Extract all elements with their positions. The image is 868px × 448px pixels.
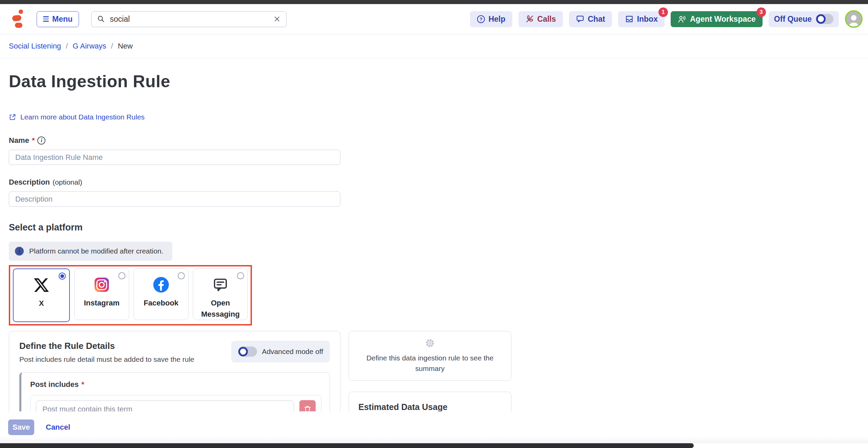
- inbox-label: Inbox: [637, 15, 658, 24]
- search-input[interactable]: [110, 15, 269, 24]
- summary-empty-card: Define this data ingestion rule to see t…: [349, 331, 511, 381]
- svg-text:?: ?: [479, 16, 482, 22]
- agent-workspace-badge: 3: [756, 7, 766, 17]
- breadcrumb-separator: /: [66, 42, 68, 51]
- menu-label: Menu: [52, 15, 73, 24]
- breadcrumb-g-airways[interactable]: G Airways: [73, 42, 106, 51]
- genesys-logo: [12, 10, 24, 29]
- radio-instagram[interactable]: [118, 272, 125, 279]
- platform-card-open-messaging[interactable]: Open Messaging: [193, 268, 248, 320]
- radio-x-selected[interactable]: [59, 273, 66, 280]
- advanced-mode-label: Advanced mode off: [262, 348, 323, 356]
- calls-button[interactable]: Calls: [518, 11, 563, 27]
- platform-card-instagram[interactable]: Instagram: [74, 268, 129, 320]
- agent-workspace-label: Agent Workspace: [690, 15, 756, 24]
- main-content: Data Ingestion Rule Learn more about Dat…: [0, 59, 868, 448]
- description-label: Description: [9, 178, 50, 187]
- name-label: Name: [9, 136, 29, 145]
- platform-label-facebook: Facebook: [139, 297, 183, 309]
- platform-notice: i Platform cannot be modified after crea…: [9, 242, 172, 261]
- breadcrumb-separator: /: [111, 42, 113, 51]
- help-icon: ?: [477, 15, 485, 23]
- x-logo-icon: [34, 277, 49, 294]
- breadcrumb-social-listening[interactable]: Social Listening: [9, 42, 61, 51]
- advanced-mode-toggle[interactable]: [238, 347, 257, 357]
- summary-empty-text: Define this data ingestion rule to see t…: [357, 353, 503, 374]
- name-label-row: Name * i: [9, 136, 868, 145]
- platform-cards: X: [13, 268, 248, 322]
- breadcrumb: Social Listening / G Airways / New: [0, 34, 868, 58]
- platform-label-open-messaging: Open Messaging: [193, 297, 248, 320]
- learn-more-link[interactable]: Learn more about Data Ingestion Rules: [9, 113, 145, 121]
- name-input[interactable]: [9, 150, 340, 165]
- header-actions: ? Help Calls Chat Inbox 1: [470, 10, 863, 28]
- chat-icon: [576, 15, 585, 23]
- rule-details-header: Define the Rule Details Post includes ru…: [19, 341, 194, 363]
- name-info-icon[interactable]: i: [37, 136, 45, 145]
- hamburger-icon: [43, 16, 49, 21]
- clear-search-icon[interactable]: [273, 15, 281, 23]
- gear-icon: [425, 338, 435, 348]
- save-button[interactable]: Save: [8, 419, 34, 435]
- radio-facebook[interactable]: [178, 272, 185, 279]
- radio-open-messaging[interactable]: [237, 272, 244, 279]
- learn-more-label: Learn more about Data Ingestion Rules: [20, 113, 145, 121]
- menu-button[interactable]: Menu: [37, 11, 79, 27]
- required-asterisk: *: [81, 380, 84, 389]
- inbox-button[interactable]: Inbox 1: [618, 11, 665, 27]
- rule-details-title: Define the Rule Details: [19, 341, 194, 351]
- platform-heading: Select a platform: [9, 222, 868, 233]
- post-includes-label-row: Post includes *: [30, 380, 321, 389]
- inbox-icon: [625, 15, 634, 23]
- off-queue-control: Off Queue: [769, 11, 839, 27]
- description-input[interactable]: [9, 191, 340, 207]
- info-icon: i: [15, 247, 24, 256]
- rule-details-subtitle: Post includes rule detail must be added …: [19, 355, 194, 363]
- breadcrumb-current: New: [118, 42, 133, 51]
- help-button[interactable]: ? Help: [470, 11, 512, 27]
- help-label: Help: [489, 15, 506, 24]
- agent-icon: [677, 15, 687, 24]
- footer-bar: Save Cancel: [0, 411, 868, 443]
- platform-label-instagram: Instagram: [79, 297, 124, 309]
- agent-workspace-button[interactable]: Agent Workspace 3: [671, 11, 763, 27]
- search-icon: [97, 15, 105, 23]
- chat-label: Chat: [588, 15, 605, 24]
- cancel-button[interactable]: Cancel: [46, 423, 70, 432]
- platform-notice-text: Platform cannot be modified after creati…: [29, 247, 163, 255]
- top-bar: Menu ? Help Calls: [0, 4, 868, 34]
- description-label-row: Description (optional): [9, 178, 868, 187]
- phone-slash-icon: [525, 15, 534, 23]
- chat-button[interactable]: Chat: [569, 11, 612, 27]
- inbox-badge: 1: [658, 7, 668, 17]
- person-icon: [846, 12, 861, 28]
- external-link-icon: [9, 113, 16, 121]
- instagram-icon: [94, 276, 110, 293]
- top-window-edge: [0, 0, 868, 4]
- open-messaging-icon: [213, 276, 228, 293]
- advanced-mode-control: Advanced mode off: [231, 341, 330, 362]
- calls-label: Calls: [537, 15, 556, 24]
- usage-title: Estimated Data Usage: [358, 402, 501, 412]
- page-title: Data Ingestion Rule: [9, 72, 868, 91]
- description-optional: (optional): [53, 178, 82, 186]
- user-avatar[interactable]: [845, 10, 863, 28]
- annotation-highlight: X: [9, 265, 252, 325]
- global-search[interactable]: [91, 11, 287, 27]
- platform-card-facebook[interactable]: Facebook: [134, 268, 189, 320]
- platform-label-x: X: [34, 298, 49, 309]
- platform-card-x[interactable]: X: [13, 268, 70, 322]
- off-queue-label: Off Queue: [774, 15, 812, 24]
- facebook-icon: [153, 276, 169, 293]
- required-asterisk: *: [32, 136, 35, 145]
- post-includes-label: Post includes: [30, 380, 79, 389]
- off-queue-toggle[interactable]: [816, 14, 833, 24]
- bottom-window-edge: [0, 443, 694, 448]
